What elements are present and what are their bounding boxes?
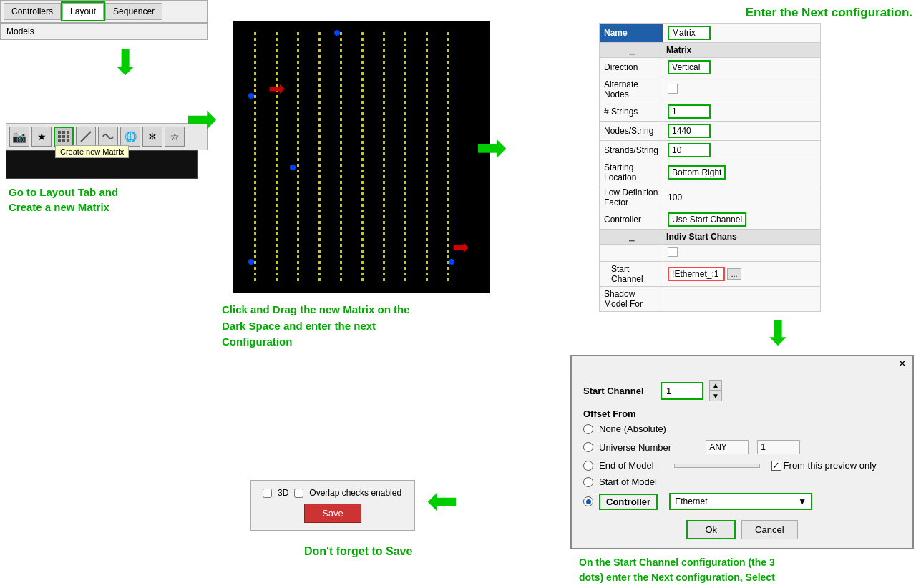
led-line-10 <box>447 32 449 283</box>
name-label-cell: Name <box>600 24 663 43</box>
tab-layout[interactable]: Layout <box>62 3 104 20</box>
shadow-value-cell <box>663 287 821 312</box>
start-channel-dialog: ✕ Start Channel 1 ▲ ▼ Offset From None (… <box>570 355 914 549</box>
starting-location-value-cell: Bottom Right <box>663 160 821 185</box>
svg-rect-6 <box>58 139 61 142</box>
alternate-nodes-value-cell <box>663 77 821 102</box>
direction-label-cell: Direction <box>600 58 663 77</box>
radio-universe-label: Universe Number <box>599 442 671 453</box>
cancel-button[interactable]: Cancel <box>741 520 797 539</box>
led-line-9 <box>426 32 428 283</box>
strands-value-cell: 10 <box>663 141 821 160</box>
nodes-string-label-cell: Nodes/String <box>600 122 663 141</box>
svg-line-9 <box>81 132 91 142</box>
ok-button[interactable]: Ok <box>686 520 736 539</box>
svg-rect-8 <box>67 139 69 142</box>
config-start-channel-row: Start Channel !Ethernet_:1 ... <box>600 262 821 287</box>
num-select[interactable]: 1 <box>757 440 800 454</box>
strings-label-cell: # Strings <box>600 102 663 122</box>
nodes-string-input[interactable]: 1440 <box>668 124 711 138</box>
svg-rect-7 <box>62 139 65 142</box>
shadow-label-cell: Shadow Model For <box>600 287 663 312</box>
dialog-button-row: Ok Cancel <box>583 520 901 539</box>
radio-end-model[interactable] <box>583 461 593 471</box>
led-line-6 <box>361 32 364 283</box>
end-model-select[interactable] <box>674 464 760 468</box>
spinner-down[interactable]: ▼ <box>709 391 722 401</box>
three-d-checkbox[interactable] <box>263 489 272 498</box>
icon-snowflake[interactable]: ❄ <box>142 127 162 147</box>
icon-matrix[interactable]: Create new Matrix <box>54 127 74 147</box>
from-preview-checkbox[interactable]: ✓ <box>771 461 781 471</box>
config-strands-row: Strands/String 10 <box>600 141 821 160</box>
radio-controller-row: Controller Ethernet_ ▼ <box>583 493 901 510</box>
radio-universe[interactable] <box>583 442 593 452</box>
tab-sequencer[interactable]: Sequencer <box>105 3 162 20</box>
blue-dot-left <box>248 93 254 99</box>
icon-star-outline[interactable]: ☆ <box>165 127 185 147</box>
svg-rect-3 <box>58 135 61 138</box>
radio-controller[interactable] <box>583 496 593 506</box>
matrix-svg-icon <box>57 130 70 143</box>
start-channel-value-cell: !Ethernet_:1 ... <box>663 262 821 287</box>
starting-location-input[interactable]: Bottom Right <box>668 165 726 180</box>
ellipsis-button[interactable]: ... <box>727 268 741 280</box>
icon-line[interactable] <box>76 127 96 147</box>
tab-controllers[interactable]: Controllers <box>4 3 61 20</box>
dialog-start-channel-row: Start Channel 1 ▲ ▼ <box>583 380 901 401</box>
offset-from-section: Offset From None (Absolute) Universe Num… <box>583 408 901 510</box>
config-indiv-section-row: ⎯ Indiv Start Chans <box>600 230 821 245</box>
bottom-right-instruction: On the Start Channel configuration (the … <box>570 549 921 588</box>
led-line-2 <box>276 32 278 283</box>
radio-start-model[interactable] <box>583 477 593 487</box>
save-area-container: 3D Overlap checks enabled Save <box>250 480 415 531</box>
dark-canvas[interactable]: ➡ ➡ <box>233 21 490 293</box>
from-preview-checkbox-wrap: ✓ From this preview only <box>771 460 877 471</box>
minus-matrix-btn[interactable]: ⎯ <box>600 43 663 58</box>
direction-value-cell: Vertical <box>663 58 821 77</box>
minus-indiv-btn[interactable]: ⎯ <box>600 230 663 245</box>
spinner-up[interactable]: ▲ <box>709 380 722 391</box>
direction-input[interactable]: Vertical <box>668 60 711 74</box>
led-line-3 <box>297 32 299 283</box>
arrow-down-step1: ⬇ <box>43 46 208 80</box>
radio-none[interactable] <box>583 424 593 434</box>
icon-face[interactable]: 📷 <box>9 127 29 147</box>
led-line-7 <box>383 32 385 283</box>
dialog-start-channel-input[interactable]: 1 <box>661 382 703 400</box>
any-select[interactable]: ANY <box>706 440 749 454</box>
start-channel-input[interactable]: !Ethernet_:1 <box>668 267 725 281</box>
models-label: Models <box>6 26 34 36</box>
config-matrix-section-row: ⎯ Matrix <box>600 43 821 58</box>
blue-dot-bottom-right <box>449 259 454 265</box>
icon-star[interactable]: ★ <box>31 127 52 147</box>
save-button[interactable]: Save <box>304 504 361 523</box>
strands-input[interactable]: 10 <box>668 143 711 157</box>
blue-dot-top <box>334 30 340 36</box>
overlap-checkbox[interactable] <box>294 489 303 498</box>
save-box: 3D Overlap checks enabled Save <box>250 480 415 531</box>
strings-input[interactable]: 1 <box>668 104 711 119</box>
radio-end-model-label: End of Model <box>599 460 654 471</box>
icon-globe[interactable]: 🌐 <box>120 127 140 147</box>
matrix-section-label: Matrix <box>663 43 821 58</box>
dialog-close-button[interactable]: ✕ <box>895 358 910 369</box>
config-table: Name Matrix ⎯ Matrix Direction Vertical … <box>599 23 821 312</box>
arrow-right-step1: ➡ <box>186 100 218 137</box>
icon-wave[interactable] <box>98 127 118 147</box>
arrow-down-to-dialog: ⬇ <box>764 316 921 351</box>
dialog-content: Start Channel 1 ▲ ▼ Offset From None (Ab… <box>572 371 912 548</box>
alternate-nodes-checkbox[interactable] <box>668 84 678 94</box>
dialog-titlebar: ✕ <box>572 356 912 371</box>
led-line-4 <box>318 32 321 283</box>
indiv-start-checkbox[interactable] <box>668 247 678 257</box>
controller-input[interactable]: Use Start Channel <box>668 212 746 227</box>
alternate-nodes-label-cell: Alternate Nodes <box>600 77 663 102</box>
low-def-value: 100 <box>668 192 682 202</box>
spinner-buttons: ▲ ▼ <box>709 380 722 401</box>
wave-svg-icon <box>102 130 114 143</box>
red-arrow-bottom: ➡ <box>452 237 469 258</box>
controller-select[interactable]: Ethernet_ ▼ <box>669 493 812 510</box>
strings-value-cell: 1 <box>663 102 821 122</box>
name-input[interactable]: Matrix <box>668 26 711 40</box>
